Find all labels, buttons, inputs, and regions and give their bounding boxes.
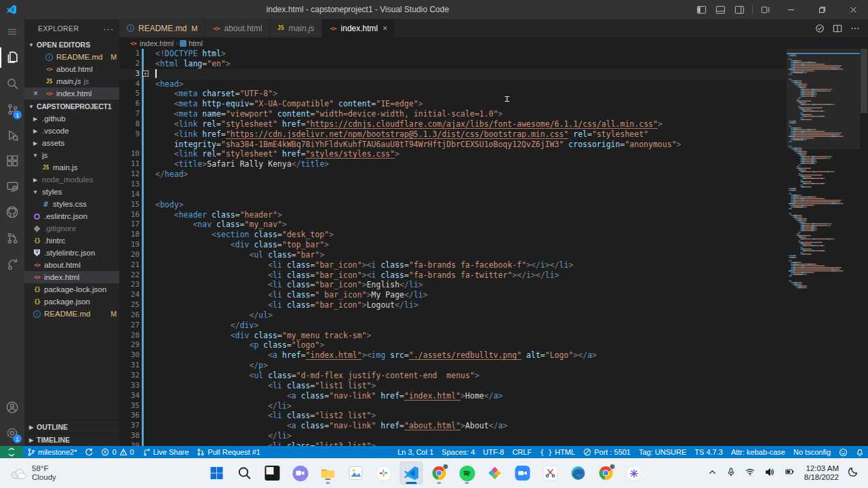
tree-item-index-html[interactable]: <>index.html [24, 271, 119, 283]
tree-item-eslintrc-json[interactable]: .eslintrc.json [24, 210, 119, 222]
tree-item-assets[interactable]: ▶assets [24, 137, 119, 149]
tab-index-html[interactable]: <>index.html× [322, 19, 395, 37]
code-line-5[interactable]: 5 <meta charset="UTF-8"> [119, 89, 787, 99]
code-line-3[interactable]: 3+ [119, 69, 787, 79]
code-line-37[interactable]: 37 <a class="nav-link" href="about.html"… [119, 421, 787, 431]
status-tag-status[interactable]: Tag: UNSURE [635, 446, 690, 458]
code-line-14[interactable]: 14 [119, 190, 787, 200]
project-header[interactable]: ▼ CAPSTONEPROJECT1 [24, 100, 119, 113]
code-line-33[interactable]: 33 <li class="list1 list"> [119, 381, 787, 391]
tree-item-about-html[interactable]: <>about.html [24, 259, 119, 271]
tree-item-stylelintrc-json[interactable]: V.stylelintrc.json [24, 247, 119, 259]
activity-source-control-icon[interactable]: 1 [0, 96, 24, 122]
taskbar-teams-chat-icon[interactable] [289, 462, 312, 485]
code-line-4[interactable]: 4<head> [119, 79, 787, 89]
minimize-button[interactable] [776, 0, 806, 19]
taskbar-edge-icon[interactable] [567, 462, 590, 485]
tray-chevron-up-icon[interactable] [707, 467, 717, 480]
status-feedback[interactable] [835, 446, 852, 458]
taskbar-paint3d-icon[interactable] [484, 462, 507, 485]
status-notifications[interactable] [852, 446, 868, 458]
code-line-13[interactable]: 13 [119, 180, 787, 190]
customize-layout-icon[interactable] [757, 1, 774, 18]
activity-settings-icon[interactable]: 1 [0, 420, 24, 446]
tree-item-js[interactable]: ▼js [24, 149, 119, 161]
status-typescript-version[interactable]: TS 4.7.3 [690, 446, 727, 458]
close-tab-icon[interactable]: × [382, 24, 387, 33]
code-line-wrap[interactable]: integrity="sha384-1BmE4kWBq78iYhFldvKuhf… [119, 140, 787, 150]
status-git-branch[interactable]: milestone2* [23, 446, 81, 458]
outline-section-header[interactable]: ▶ OUTLINE [24, 420, 119, 433]
tree-item-vscode[interactable]: ▶.vscode [24, 125, 119, 137]
weather-widget[interactable]: 58°F Cloudy [0, 464, 56, 482]
tab-main-js[interactable]: JSmain.js [270, 19, 322, 37]
code-line-18[interactable]: 18 <section class="desk_top"> [119, 230, 787, 240]
taskbar-slack-icon[interactable] [372, 462, 395, 485]
activity-menu-icon[interactable] [0, 19, 24, 45]
tray-battery-icon[interactable] [784, 467, 795, 479]
activity-accounts-icon[interactable] [0, 394, 24, 420]
tree-item-node-modules[interactable]: ▶node_modules [24, 174, 119, 186]
explorer-more-actions-icon[interactable]: ··· [103, 24, 114, 34]
code-line-9[interactable]: 9 <link href="https://cdn.jsdelivr.net/n… [119, 129, 787, 140]
status-pull-request[interactable]: Pull Request #1 [193, 446, 264, 458]
code-line-1[interactable]: 1<!DOCTYPE html> [119, 49, 787, 59]
status-encoding[interactable]: UTF-8 [479, 446, 508, 458]
open-editor-readme-md[interactable]: iREADME.mdM [24, 51, 119, 63]
taskbar-photos-icon[interactable] [344, 462, 368, 485]
code-line-29[interactable]: 29 <p class="logo"> [119, 340, 787, 350]
status-sync[interactable] [81, 446, 97, 458]
tab-readme-md[interactable]: iREADME.mdM [119, 19, 205, 37]
taskbar-zoom-icon[interactable] [511, 462, 534, 485]
code-line-38[interactable]: 38 </li> [119, 431, 787, 441]
tray-clock[interactable]: 12:03 AM8/18/2022 [804, 464, 839, 483]
code-line-25[interactable]: 25 <li class="bar_icon">Logout</li> [119, 300, 787, 310]
minimap[interactable] [787, 49, 860, 446]
status-problems[interactable]: 00 [97, 446, 138, 458]
check-circle-icon[interactable] [812, 21, 827, 36]
code-line-21[interactable]: 21 <li class="bar_icon"><i class="fa-bra… [119, 260, 787, 270]
layout-sidebar-left-icon[interactable] [692, 1, 710, 18]
code-line-39[interactable]: 39 <li class="list3 list"> [119, 441, 787, 446]
code-line-26[interactable]: 26 </ul> [119, 310, 787, 321]
code-line-19[interactable]: 19 <div class="top_bar"> [119, 240, 787, 250]
tree-item-gitignore[interactable]: .gitignore [24, 222, 119, 235]
code-line-7[interactable]: 7 <meta name="viewport" content="width=d… [119, 109, 787, 119]
taskbar-flower-app-icon[interactable] [623, 462, 646, 485]
more-actions-icon[interactable] [848, 21, 863, 36]
status-cursor-position[interactable]: Ln 3, Col 1 [393, 446, 437, 458]
taskbar-start-icon[interactable] [205, 462, 229, 485]
tray-volume-icon[interactable] [764, 467, 775, 480]
activity-live-share-icon[interactable] [0, 251, 24, 277]
code-line-24[interactable]: 24 <li class=" bar_icon">My Page</li> [119, 290, 787, 300]
code-line-16[interactable]: 16 <header class="header"> [119, 210, 787, 220]
activity-search-icon[interactable] [0, 70, 24, 96]
taskbar-snipping-tool-icon[interactable] [539, 462, 562, 485]
open-editor-main-js[interactable]: JSmain.jsjs [24, 75, 119, 87]
taskbar-search-icon[interactable] [233, 462, 256, 485]
open-editors-header[interactable]: ▼ OPEN EDITORS [24, 38, 119, 51]
code-line-10[interactable]: 10 <link rel="stylesheet" href="styles/s… [119, 149, 787, 159]
code-line-30[interactable]: 30 <a href="index.html"><img src="./asse… [119, 350, 787, 361]
tree-item-package-json[interactable]: {}package.json [24, 296, 119, 308]
restore-button[interactable] [807, 0, 837, 19]
code-line-34[interactable]: 34 <a class="nav-link" href="index.html"… [119, 391, 787, 401]
status-remote-indicator[interactable] [0, 446, 23, 458]
activity-extensions-icon[interactable] [0, 148, 24, 174]
close-icon[interactable]: × [33, 89, 38, 98]
taskbar-file-explorer-icon[interactable] [317, 462, 340, 485]
code-line-35[interactable]: 35 </li> [119, 401, 787, 411]
activity-live-preview-icon[interactable] [0, 174, 24, 199]
code-line-36[interactable]: 36 <li class="list2 list"> [119, 411, 787, 421]
code-line-32[interactable]: 32 <ul class="d-md-flex justify-content-… [119, 371, 787, 381]
taskbar-chrome-profile-icon[interactable] [595, 462, 618, 485]
code-line-2[interactable]: 2<html lang="en"> [119, 59, 787, 69]
status-tsconfig[interactable]: No tsconfig [789, 446, 835, 458]
activity-github-icon[interactable] [0, 199, 24, 225]
open-editor-index-html[interactable]: ×<>index.html [24, 87, 119, 100]
code-editor[interactable]: 1<!DOCTYPE html>2<html lang="en">3+4<hea… [119, 49, 868, 446]
tray-night-mode-icon[interactable] [848, 466, 859, 480]
status-language-mode[interactable]: { }HTML [536, 446, 579, 458]
breadcrumb[interactable]: <> index.html › html [119, 37, 868, 49]
breadcrumb-file[interactable]: index.html [140, 39, 174, 47]
